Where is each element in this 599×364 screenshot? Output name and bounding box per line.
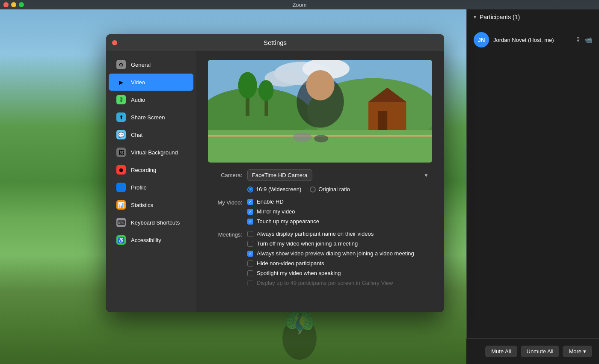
enable-hd-checkbox[interactable] <box>247 199 253 205</box>
settings-modal: Settings ⚙ General ▶ Video 🎙 Audio ⬆ Sha… <box>106 34 444 312</box>
my-video-label: My Video: <box>208 198 242 206</box>
audio-icon: 🎙 <box>116 95 126 104</box>
spotlight-video-label: Spotlight my video when speaking <box>257 270 341 276</box>
sidebar-item-general[interactable]: ⚙ General <box>109 56 193 73</box>
mirror-video-label: Mirror my video <box>257 208 295 215</box>
sidebar-item-recording[interactable]: ⏺ Recording <box>109 161 193 178</box>
sidebar-item-label: Recording <box>131 167 156 173</box>
settings-close-button[interactable] <box>112 40 117 45</box>
chevron-down-icon[interactable]: ▾ <box>474 14 476 20</box>
sidebar-item-virtual-background[interactable]: 🖼 Virtual Background <box>109 144 193 161</box>
settings-sidebar: ⚙ General ▶ Video 🎙 Audio ⬆ Share Screen… <box>106 51 196 312</box>
unmute-all-button[interactable]: Unmute All <box>521 346 560 357</box>
svg-point-20 <box>306 70 334 101</box>
hide-non-video-checkbox[interactable] <box>247 260 253 266</box>
profile-icon: 👤 <box>116 183 126 192</box>
share-screen-icon: ⬆ <box>116 112 126 122</box>
camera-row: Camera: FaceTime HD Camera ▼ <box>208 169 432 181</box>
radio-button-original[interactable] <box>310 186 316 192</box>
sidebar-item-label: Share Screen <box>131 114 165 121</box>
hide-non-video-row[interactable]: Hide non-video participants <box>247 260 414 266</box>
spotlight-video-checkbox[interactable] <box>247 270 253 276</box>
close-button[interactable] <box>3 2 9 7</box>
settings-titlebar: Settings <box>106 34 444 51</box>
participant-icons: 🎙 📹 <box>575 36 592 43</box>
display-name-label: Always display participant name on their… <box>257 231 374 237</box>
sidebar-item-chat[interactable]: 💬 Chat <box>109 126 193 143</box>
sidebar-item-statistics[interactable]: 📊 Statistics <box>109 196 193 213</box>
video-icon: 📹 <box>585 36 592 43</box>
video-preview <box>208 60 432 163</box>
sidebar-item-label: Keyboard Shortcuts <box>131 219 180 226</box>
recording-icon: ⏺ <box>116 165 126 175</box>
touch-up-label: Touch up my appearance <box>257 218 319 225</box>
meetings-checkboxes: Always display participant name on their… <box>247 231 414 286</box>
enable-hd-label: Enable HD <box>257 198 284 205</box>
traffic-lights <box>3 2 24 7</box>
accessibility-icon: ♿ <box>116 235 126 245</box>
virtual-background-icon: 🖼 <box>116 148 126 157</box>
settings-title: Settings <box>264 39 287 46</box>
video-preview-dialog-label: Always show video preview dialog when jo… <box>257 250 414 257</box>
participants-list: JN Jordan Novet (Host, me) 🎙 📹 <box>467 25 599 364</box>
touch-up-row[interactable]: Touch up my appearance <box>247 218 319 225</box>
gallery-view-checkbox <box>247 280 253 286</box>
display-name-row[interactable]: Always display participant name on their… <box>247 231 414 237</box>
sidebar-item-share-screen[interactable]: ⬆ Share Screen <box>109 109 193 126</box>
sidebar-item-keyboard-shortcuts[interactable]: ⌨ Keyboard Shortcuts <box>109 214 193 231</box>
touch-up-checkbox[interactable] <box>247 219 253 225</box>
mic-icon: 🎙 <box>575 36 581 43</box>
settings-content: Camera: FaceTime HD Camera ▼ 16:9 (Wides… <box>196 51 444 312</box>
sidebar-item-label: Audio <box>131 97 145 103</box>
sidebar-item-label: Accessibility <box>131 237 161 243</box>
participant-item: JN Jordan Novet (Host, me) 🎙 📹 <box>467 29 599 51</box>
camera-select[interactable]: FaceTime HD Camera <box>247 169 312 181</box>
gallery-view-row: Display up to 49 participants per screen… <box>247 280 414 286</box>
radio-widescreen[interactable]: 16:9 (Widescreen) <box>247 186 301 192</box>
chat-icon: 💬 <box>116 130 126 139</box>
display-name-checkbox[interactable] <box>247 231 253 237</box>
turn-off-video-label: Turn off my video when joining a meeting <box>257 240 358 247</box>
sidebar-item-video[interactable]: ▶ Video <box>109 74 193 91</box>
sidebar-item-profile[interactable]: 👤 Profile <box>109 179 193 196</box>
enable-hd-row[interactable]: Enable HD <box>247 198 319 205</box>
meetings-label: Meetings: <box>208 231 242 238</box>
more-button[interactable]: More ▾ <box>563 346 592 357</box>
sidebar-item-label: Chat <box>131 132 142 138</box>
my-video-checkboxes: Enable HD Mirror my video Touch up my ap… <box>247 198 319 225</box>
video-preview-dialog-checkbox[interactable] <box>247 251 253 257</box>
statistics-icon: 📊 <box>116 200 126 210</box>
sidebar-item-audio[interactable]: 🎙 Audio <box>109 91 193 108</box>
settings-body: ⚙ General ▶ Video 🎙 Audio ⬆ Share Screen… <box>106 51 444 312</box>
camera-select-wrapper: FaceTime HD Camera ▼ <box>247 169 432 181</box>
sidebar-item-label: Profile <box>131 184 147 191</box>
avatar: JN <box>474 32 489 47</box>
spotlight-video-row[interactable]: Spotlight my video when speaking <box>247 270 414 276</box>
minimize-button[interactable] <box>11 2 16 7</box>
app-title: Zoom <box>292 2 306 8</box>
mirror-video-checkbox[interactable] <box>247 209 253 215</box>
aspect-ratio-group: 16:9 (Widescreen) Original ratio <box>208 186 432 192</box>
turn-off-video-row[interactable]: Turn off my video when joining a meeting <box>247 240 414 247</box>
mute-all-button[interactable]: Mute All <box>485 346 517 357</box>
meetings-section: Meetings: Always display participant nam… <box>208 231 432 286</box>
radio-label-widescreen: 16:9 (Widescreen) <box>256 186 301 192</box>
titlebar: Zoom <box>0 0 599 9</box>
mirror-video-row[interactable]: Mirror my video <box>247 208 319 215</box>
svg-point-11 <box>258 80 273 101</box>
gallery-view-label: Display up to 49 participants per screen… <box>257 280 393 286</box>
maximize-button[interactable] <box>19 2 24 7</box>
sidebar-item-label: Virtual Background <box>131 149 178 156</box>
video-preview-dialog-row[interactable]: Always show video preview dialog when jo… <box>247 250 414 257</box>
svg-rect-14 <box>378 111 387 130</box>
chevron-down-icon: ▾ <box>583 348 586 355</box>
radio-original[interactable]: Original ratio <box>310 186 350 192</box>
sidebar-item-accessibility[interactable]: ♿ Accessibility <box>109 231 193 249</box>
radio-button-widescreen[interactable] <box>247 186 253 192</box>
sidebar-item-label: Statistics <box>131 202 153 208</box>
sidebar-item-label: General <box>131 62 151 68</box>
keyboard-shortcuts-icon: ⌨ <box>116 218 126 227</box>
select-arrow-icon: ▼ <box>424 172 429 178</box>
turn-off-video-checkbox[interactable] <box>247 241 253 247</box>
participants-panel: ▾ Participants (1) JN Jordan Novet (Host… <box>466 9 599 364</box>
